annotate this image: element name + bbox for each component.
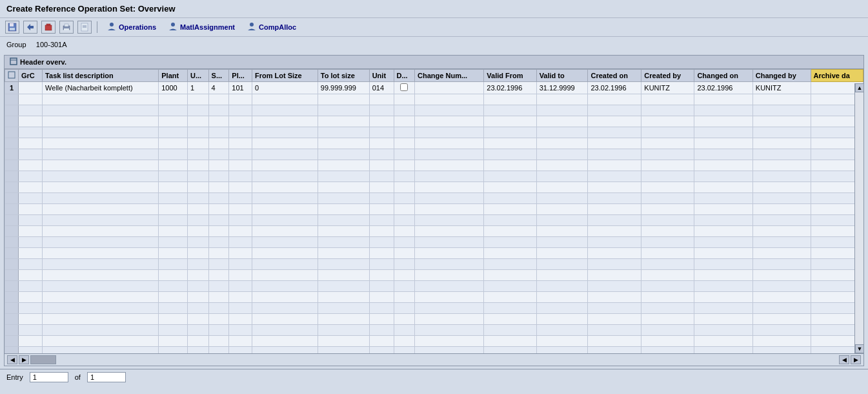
cell-valid-to: 31.12.9999 bbox=[536, 82, 588, 94]
cell-empty bbox=[752, 182, 811, 193]
cell-empty bbox=[43, 94, 159, 105]
cell-empty bbox=[369, 105, 394, 116]
col-header-d: D... bbox=[394, 70, 415, 82]
cell-empty bbox=[641, 336, 694, 347]
scroll-right-button[interactable]: ▶ bbox=[19, 355, 29, 364]
h-scroll-thumb[interactable] bbox=[30, 355, 56, 364]
delete-button[interactable] bbox=[41, 21, 56, 34]
cell-empty bbox=[694, 314, 752, 325]
table-row-empty bbox=[5, 204, 863, 215]
svg-rect-7 bbox=[65, 24, 68, 26]
col-header-pl: Pl... bbox=[229, 70, 252, 82]
cell-empty bbox=[369, 204, 394, 215]
cell-empty bbox=[252, 237, 318, 248]
cell-empty bbox=[187, 292, 208, 303]
cell-empty bbox=[694, 270, 752, 281]
cell-empty bbox=[318, 116, 369, 127]
cell-from-lot: 0 bbox=[252, 82, 318, 94]
compalloc-label: CompAlloc bbox=[259, 23, 296, 31]
cell-empty bbox=[229, 149, 252, 160]
matlassignment-menu[interactable]: MatlAssignment bbox=[164, 21, 239, 34]
table-row-empty bbox=[5, 270, 863, 281]
entry-value-input[interactable] bbox=[30, 372, 68, 382]
cell-empty bbox=[694, 303, 752, 314]
cell-empty bbox=[588, 127, 641, 138]
cell-empty bbox=[536, 259, 588, 270]
cell-empty bbox=[641, 226, 694, 237]
cell-empty bbox=[752, 116, 811, 127]
table-row-empty bbox=[5, 116, 863, 127]
cell-empty bbox=[229, 127, 252, 138]
cell-empty bbox=[752, 215, 811, 226]
svg-point-14 bbox=[250, 23, 254, 26]
cell-empty bbox=[159, 226, 188, 237]
new-button[interactable] bbox=[77, 21, 92, 34]
scroll-far-right-button[interactable]: ▶ bbox=[851, 355, 861, 364]
cell-empty bbox=[484, 237, 536, 248]
back-button[interactable] bbox=[23, 21, 37, 34]
row-selector[interactable]: 1 bbox=[5, 82, 19, 94]
table-row-empty bbox=[5, 281, 863, 292]
cell-empty bbox=[208, 292, 229, 303]
scroll-down-button[interactable]: ▼ bbox=[855, 344, 863, 353]
cell-empty bbox=[159, 237, 188, 248]
cell-empty bbox=[5, 193, 19, 204]
cell-empty bbox=[252, 336, 318, 347]
entry-label: Entry bbox=[6, 373, 23, 381]
cell-empty bbox=[484, 292, 536, 303]
cell-empty bbox=[159, 270, 188, 281]
cell-created-on: 23.02.1996 bbox=[588, 82, 641, 94]
svg-rect-1 bbox=[10, 23, 14, 26]
operations-label: Operations bbox=[119, 23, 156, 31]
cell-empty bbox=[694, 325, 752, 336]
cell-empty bbox=[19, 325, 43, 336]
cell-empty bbox=[694, 94, 752, 105]
cell-empty bbox=[252, 292, 318, 303]
table-row-empty bbox=[5, 336, 863, 347]
cell-empty bbox=[394, 336, 415, 347]
scroll-up-button[interactable]: ▲ bbox=[855, 83, 863, 92]
save-button[interactable] bbox=[5, 21, 19, 34]
col-header-changed-by: Changed by bbox=[752, 70, 811, 82]
cell-empty bbox=[187, 171, 208, 182]
cell-empty bbox=[43, 314, 159, 325]
cell-empty bbox=[252, 171, 318, 182]
of-value-input[interactable] bbox=[87, 372, 126, 382]
col-header-change-num: Change Num... bbox=[415, 70, 484, 82]
d-checkbox[interactable] bbox=[400, 83, 408, 91]
cell-empty bbox=[208, 105, 229, 116]
cell-empty bbox=[484, 182, 536, 193]
cell-empty bbox=[394, 259, 415, 270]
operations-menu[interactable]: Operations bbox=[103, 21, 160, 34]
cell-empty bbox=[318, 314, 369, 325]
cell-empty bbox=[694, 116, 752, 127]
cell-empty bbox=[369, 171, 394, 182]
compalloc-menu[interactable]: CompAlloc bbox=[243, 21, 300, 34]
table-row-empty bbox=[5, 347, 863, 354]
cell-empty bbox=[752, 171, 811, 182]
cell-empty bbox=[752, 138, 811, 149]
col-header-unit: Unit bbox=[369, 70, 394, 82]
cell-empty bbox=[187, 215, 208, 226]
cell-empty bbox=[641, 116, 694, 127]
cell-empty bbox=[159, 127, 188, 138]
compalloc-icon bbox=[247, 22, 257, 32]
cell-empty bbox=[641, 215, 694, 226]
cell-empty bbox=[536, 105, 588, 116]
cell-empty bbox=[318, 138, 369, 149]
cell-empty bbox=[536, 336, 588, 347]
cell-empty bbox=[252, 149, 318, 160]
scroll-left-button[interactable]: ◀ bbox=[7, 355, 17, 364]
cell-empty bbox=[208, 325, 229, 336]
scroll-track bbox=[855, 92, 863, 344]
scroll-far-left-button[interactable]: ◀ bbox=[839, 355, 849, 364]
cell-empty bbox=[208, 149, 229, 160]
cell-plant: 1000 bbox=[159, 82, 188, 94]
cell-empty bbox=[252, 347, 318, 354]
print-button[interactable] bbox=[59, 21, 74, 34]
cell-empty bbox=[229, 138, 252, 149]
cell-empty bbox=[484, 171, 536, 182]
cell-empty bbox=[318, 171, 369, 182]
cell-empty bbox=[588, 314, 641, 325]
cell-empty bbox=[252, 160, 318, 171]
